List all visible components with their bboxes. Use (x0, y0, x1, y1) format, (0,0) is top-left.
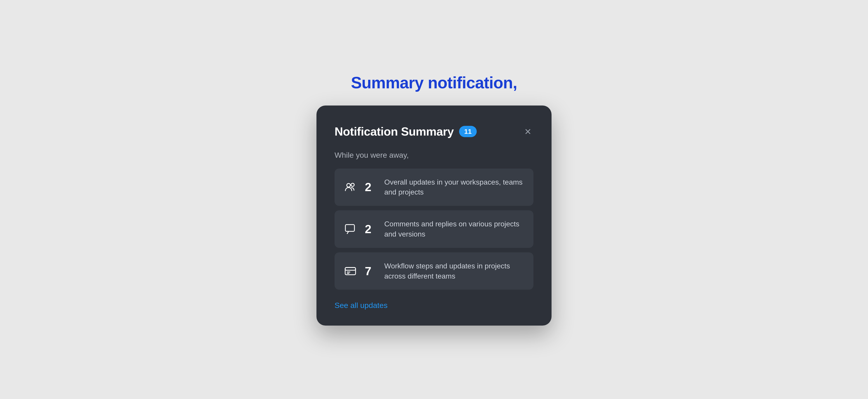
modal-header: Notification Summary 11 × (335, 124, 533, 139)
svg-rect-3 (345, 267, 355, 275)
notification-item-workspaces[interactable]: 2 Overall updates in your workspaces, te… (335, 169, 533, 206)
comments-description: Comments and replies on various projects… (384, 219, 524, 239)
people-icon (344, 181, 357, 193)
comment-icon (344, 223, 357, 235)
workflow-icon (344, 265, 357, 277)
workflow-description: Workflow steps and updates in projects a… (384, 261, 524, 281)
svg-point-1 (351, 183, 354, 187)
notification-list: 2 Overall updates in your workspaces, te… (335, 169, 533, 290)
see-all-updates-link[interactable]: See all updates (335, 301, 388, 310)
svg-rect-4 (345, 267, 355, 270)
svg-rect-2 (345, 225, 354, 231)
workspaces-count: 2 (365, 180, 376, 194)
notification-item-comments[interactable]: 2 Comments and replies on various projec… (335, 210, 533, 248)
workspaces-description: Overall updates in your workspaces, team… (384, 177, 524, 197)
notification-modal: Notification Summary 11 × While you were… (316, 105, 552, 326)
close-button[interactable]: × (522, 124, 533, 139)
workflow-count: 7 (365, 264, 376, 278)
modal-title: Notification Summary (335, 125, 454, 138)
comments-count: 2 (365, 222, 376, 236)
notification-item-workflow[interactable]: 7 Workflow steps and updates in projects… (335, 253, 533, 290)
notification-badge: 11 (459, 126, 476, 137)
svg-point-0 (347, 184, 350, 187)
page-title: Summary notification, (351, 73, 517, 92)
modal-subtitle: While you were away, (335, 151, 533, 160)
modal-title-group: Notification Summary 11 (335, 125, 477, 138)
